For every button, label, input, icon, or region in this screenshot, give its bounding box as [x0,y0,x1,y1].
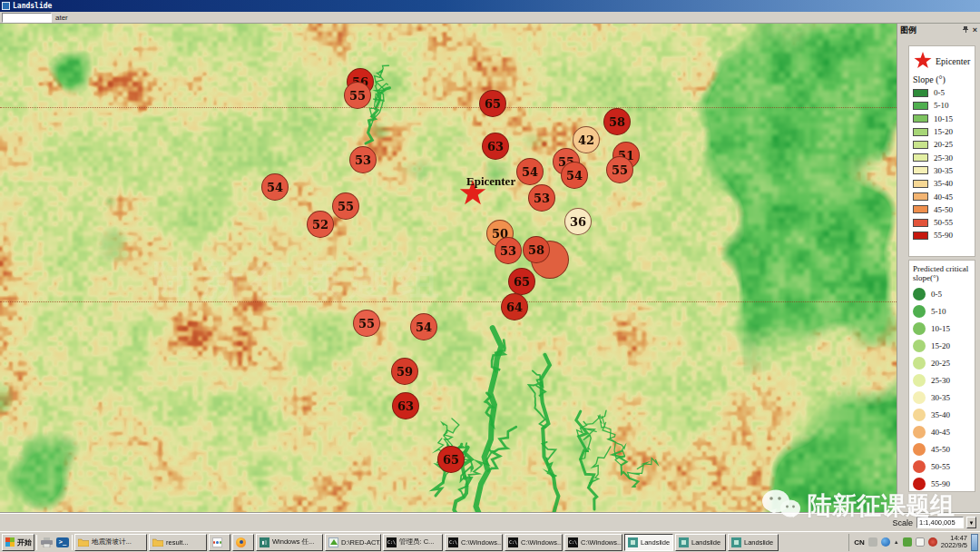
critical-swatch [913,409,926,421]
taskbar-button-landslide-3[interactable]: Landslide [728,534,779,551]
task-manager-icon: ▮▯ [260,537,270,547]
epicenter-label: Epicenter [466,174,515,189]
slope-marker: 54 [516,158,544,185]
critical-swatch [913,374,926,387]
chart-app-icon [328,537,338,547]
map-canvas[interactable] [0,24,897,513]
slope-swatch [913,153,928,162]
windows-logo-icon [5,537,15,547]
wechat-icon [760,488,802,523]
slope-swatch [913,180,928,188]
critical-legend-row: 25-30 [913,371,972,389]
taskbar-button-app-circles[interactable] [209,534,230,551]
powershell-icon[interactable]: >_ [55,535,70,549]
toolbar: ater [0,12,980,24]
critical-legend-row: 40-45 [913,423,972,440]
critical-legend-row: 50-55 [913,458,972,475]
start-button[interactable]: 开始 [2,534,34,551]
legend-panel-header[interactable]: 图例 × [897,24,980,36]
desktop-screen: Landslide ater 5655655842635155555454535… [0,0,980,552]
cmd-icon: C:\ [387,537,397,547]
shield-icon[interactable] [903,537,912,547]
taskbar-button-cmd-2[interactable]: C:\C:\Windows... [505,534,563,551]
taskbar-button-landslide-2[interactable]: Landslide [675,534,726,551]
slope-swatch [913,232,928,240]
slope-range-label: 0-5 [934,88,945,97]
taskbar-button-label: result... [166,538,189,547]
folder-icon [78,537,89,547]
taskbar-button-cmd-1[interactable]: C:\C:\Windows... [445,534,503,551]
slope-swatch [913,114,928,123]
window-titlebar[interactable]: Landslide [0,0,980,12]
critical-range-label: 55-90 [931,479,950,488]
slope-marker: 54 [261,173,289,201]
slope-range-label: 5-10 [934,101,949,110]
printer-icon[interactable] [39,535,54,549]
taskbar-button-label: 地震滑坡计... [92,537,132,547]
slope-marker: 53 [528,184,555,212]
input-language-indicator[interactable]: CN [854,538,865,547]
taskbar-button-label: C:\Windows... [521,538,563,547]
slope-marker: 65 [437,446,465,473]
critical-range-label: 35-40 [931,410,950,419]
taskbar-clock[interactable]: 14:47 2022/9/5 [941,535,967,549]
slope-marker: 58 [523,236,550,263]
slope-range-label: 35-40 [934,179,953,188]
taskbar-button-label: 管理员: C... [399,537,434,547]
slope-swatch [913,89,928,97]
taskbar-button-folder-result[interactable]: result... [149,534,207,551]
map-view[interactable]: 5655655842635155555454535453555236505853… [0,24,897,513]
critical-swatch [913,391,926,404]
flag-icon[interactable] [916,537,925,547]
slope-marker: 55 [332,192,359,220]
status-red-icon[interactable] [928,537,937,547]
slope-marker: 53 [495,237,522,264]
slope-legend-row: 15-20 [913,125,972,138]
critical-range-label: 50-55 [931,462,950,471]
taskbar-button-landslide-active[interactable]: Landslide [624,534,673,551]
slope-marker: 58 [603,108,631,135]
legend-panel: 图例 × Epicenter Slope (°) 0-55-1010-1515-… [897,24,980,513]
slope-legend-row: 50-55 [913,216,972,229]
show-desktop-button[interactable] [971,534,978,551]
slope-marker: 55 [353,310,380,337]
toolbar-combobox[interactable] [2,13,52,23]
slope-legend-row: 55-90 [913,229,972,242]
critical-range-label: 45-50 [931,445,950,454]
slope-swatch [913,141,928,149]
taskbar-button-windows-task[interactable]: ▮▯Windows 任... [256,534,323,551]
slope-marker: 42 [573,126,600,153]
taskbar-button-cmd-3[interactable]: C:\C:\Windows... [564,534,622,551]
close-icon[interactable]: × [973,25,977,34]
legend-epicenter-label: Epicenter [936,56,970,66]
ime-icon[interactable] [868,537,877,547]
slope-swatch [913,166,928,174]
critical-swatch [913,460,926,473]
slope-range-label: 30-35 [934,166,953,175]
app-circles-icon [212,537,222,547]
taskbar-button-admin-cmd[interactable]: C:\管理员: C... [383,534,443,551]
tray-expand-icon[interactable]: ▲ [894,539,899,545]
critical-legend-row: 15-20 [913,337,972,354]
critical-legend-row: 5-10 [913,302,972,320]
taskbar-button-firefox[interactable] [232,534,254,551]
watermark-faint: 陆新征课题组 [152,252,446,309]
watermark: 陆新征课题组 [760,488,955,523]
taskbar-button-red-act[interactable]: D:\RED-ACT... [325,534,381,551]
pin-icon[interactable] [963,25,969,34]
slope-range-label: 15-20 [934,127,953,136]
slope-marker: 65 [508,268,535,295]
slope-range-label: 45-50 [934,205,953,214]
scale-dropdown-icon[interactable]: ▼ [966,517,976,528]
critical-range-label: 30-35 [931,393,950,402]
taskbar-button-folder-earthquake[interactable]: 地震滑坡计... [74,534,147,551]
critical-swatch [913,322,926,335]
landslide-app-icon [731,537,741,547]
critical-swatch [913,357,926,370]
slope-legend-row: 40-45 [913,190,972,202]
browser-tray-icon[interactable] [881,537,890,547]
slope-marker: 53 [349,146,377,173]
slope-legend-row: 25-30 [913,151,972,163]
slope-marker: 55 [344,82,371,109]
slope-marker: 64 [501,293,528,320]
